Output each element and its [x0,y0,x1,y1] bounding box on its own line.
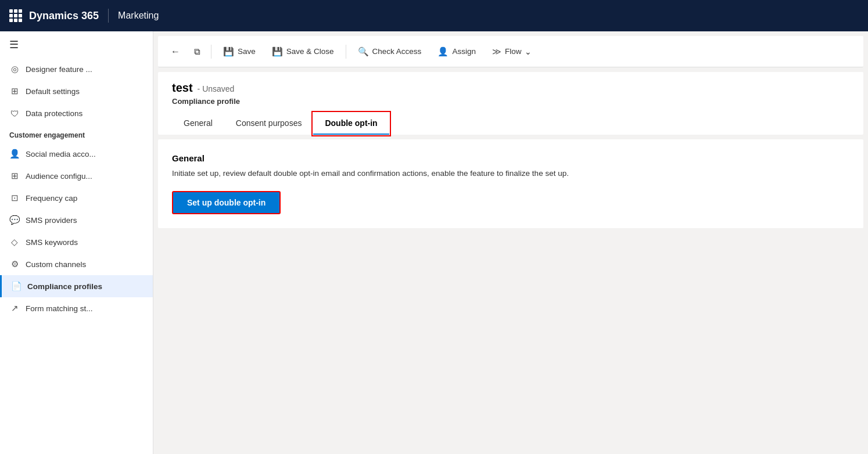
sidebar-item-label: Default settings [26,87,80,96]
app-name: Marketing [118,10,159,21]
sidebar-item-label: SMS providers [26,216,77,225]
toolbar: ← ⧉ 💾 Save 💾 Save & Close 🔍 Check Access… [158,36,863,67]
hamburger-menu[interactable]: ☰ [0,31,153,58]
sidebar-item-label: Designer feature ... [26,65,92,74]
save-button[interactable]: 💾 Save [216,43,263,60]
save-close-icon: 💾 [272,46,283,57]
top-navigation: Dynamics 365 Marketing [0,0,868,31]
section-description: Initiate set up, review default double o… [172,168,849,179]
apps-icon[interactable] [9,9,22,22]
sidebar-item-label: Compliance profiles [27,282,102,291]
flow-chevron-icon: ⌄ [525,47,532,56]
flow-button[interactable]: ≫ Flow ⌄ [485,43,539,60]
nav-divider [108,9,109,23]
compliance-profiles-icon: 📄 [11,281,21,291]
designer-feature-icon: ◎ [9,64,20,74]
frequency-cap-icon: ⊡ [9,193,20,203]
setup-double-opt-in-button[interactable]: Set up double opt-in [172,191,281,214]
sidebar-item-data-protections[interactable]: 🛡 Data protections [0,102,153,124]
tab-double-opt-in[interactable]: Double opt-in [313,113,389,135]
flow-icon: ≫ [492,46,501,57]
sidebar-item-label: Social media acco... [26,150,96,158]
sidebar-item-form-matching[interactable]: ↗ Form matching st... [0,297,153,319]
sidebar-item-designer-feature[interactable]: ◎ Designer feature ... [0,58,153,80]
audience-config-icon: ⊞ [9,171,20,181]
record-header: test - Unsaved Compliance profile Genera… [158,72,863,135]
record-name: test [172,81,193,95]
sidebar-item-label: Frequency cap [26,194,77,203]
expand-button[interactable]: ⧉ [188,43,206,60]
default-settings-icon: ⊞ [9,86,20,96]
sidebar-item-label: Form matching st... [26,304,93,313]
toolbar-separator-2 [346,45,346,59]
social-media-icon: 👤 [9,149,20,159]
tabs-container: General Consent purposes Double opt-in [172,113,849,135]
sms-providers-icon: 💬 [9,215,20,225]
double-opt-in-section: General Initiate set up, review default … [158,139,863,228]
record-status: - Unsaved [198,84,235,93]
sidebar-item-label: Data protections [26,109,83,118]
save-close-button[interactable]: 💾 Save & Close [265,43,341,60]
tab-consent-purposes[interactable]: Consent purposes [224,113,314,135]
sms-keywords-icon: ◇ [9,237,20,247]
back-button[interactable]: ← [165,43,186,60]
record-type: Compliance profile [172,97,849,106]
sidebar-item-sms-providers[interactable]: 💬 SMS providers [0,209,153,231]
check-access-button[interactable]: 🔍 Check Access [351,43,429,60]
sidebar-item-custom-channels[interactable]: ⚙ Custom channels [0,253,153,275]
content-area: test - Unsaved Compliance profile Genera… [153,67,868,454]
sidebar-item-label: Audience configu... [26,172,92,181]
save-icon: 💾 [223,46,234,57]
app-title: Dynamics 365 [29,10,99,22]
check-access-icon: 🔍 [358,46,369,57]
assign-button[interactable]: 👤 Assign [431,43,483,60]
sidebar-item-label: SMS keywords [26,238,78,247]
customer-engagement-section: Customer engagement [0,124,153,143]
section-title: General [172,153,849,163]
sidebar-item-audience-config[interactable]: ⊞ Audience configu... [0,165,153,187]
main-content: ← ⧉ 💾 Save 💾 Save & Close 🔍 Check Access… [153,31,868,454]
sidebar-item-default-settings[interactable]: ⊞ Default settings [0,80,153,102]
sidebar-item-compliance-profiles[interactable]: 📄 Compliance profiles [0,275,153,297]
sidebar-item-sms-keywords[interactable]: ◇ SMS keywords [0,231,153,253]
toolbar-separator-1 [211,45,211,59]
sidebar-item-frequency-cap[interactable]: ⊡ Frequency cap [0,187,153,209]
tab-general[interactable]: General [172,113,224,135]
assign-icon: 👤 [437,46,449,57]
custom-channels-icon: ⚙ [9,259,20,269]
form-matching-icon: ↗ [9,303,20,314]
sidebar: ☰ ◎ Designer feature ... ⊞ Default setti… [0,31,153,454]
data-protections-icon: 🛡 [9,108,20,118]
sidebar-item-social-media[interactable]: 👤 Social media acco... [0,143,153,165]
sidebar-item-label: Custom channels [26,260,86,269]
